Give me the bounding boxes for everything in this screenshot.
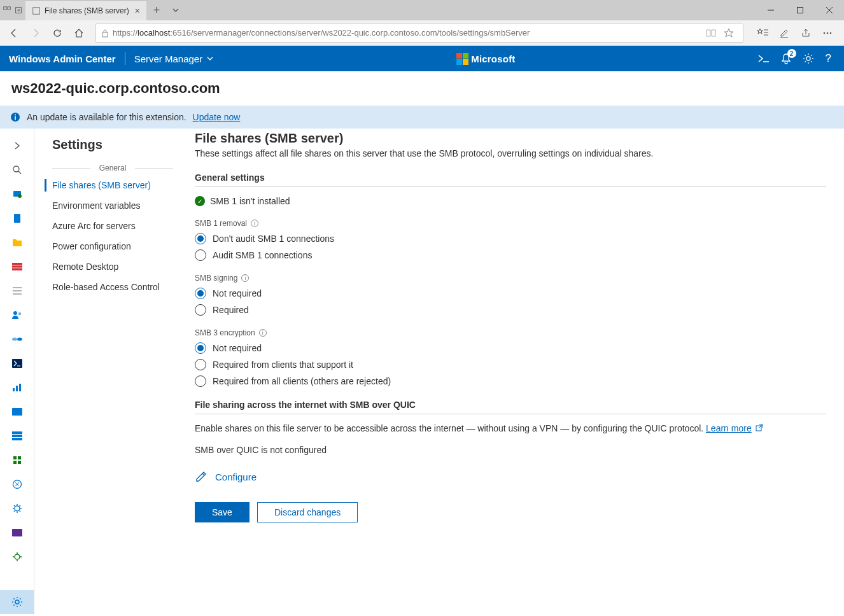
set-aside-icon[interactable]	[14, 6, 23, 15]
rail-powershell[interactable]	[0, 351, 34, 375]
rail-storage[interactable]	[0, 521, 34, 545]
tab-dropdown-icon[interactable]	[167, 0, 185, 20]
browser-titlebar: File shares (SMB server) × +	[0, 0, 844, 20]
settings-icon[interactable]	[803, 53, 814, 64]
svg-point-50	[15, 506, 20, 511]
info-icon[interactable]: i	[241, 274, 249, 282]
info-icon[interactable]: i	[259, 329, 267, 337]
svg-rect-46	[18, 461, 21, 464]
favorite-icon[interactable]	[724, 28, 738, 38]
quic-status: SMB over QUIC is not configured	[195, 445, 826, 455]
svg-rect-39	[12, 408, 22, 416]
signing-label: SMB signing i	[195, 274, 826, 283]
svg-rect-41	[12, 435, 22, 437]
update-now-link[interactable]: Update now	[193, 112, 241, 122]
section-quic: File sharing across the internet with SM…	[195, 400, 826, 414]
rail-scheduled-tasks[interactable]	[0, 472, 34, 496]
nav-azure-arc[interactable]: Azure Arc for servers	[34, 216, 191, 236]
powershell-icon[interactable]	[758, 53, 770, 64]
radio-enc-not-required[interactable]: Not required	[195, 340, 826, 356]
svg-point-20	[13, 166, 19, 172]
svg-point-16	[806, 57, 810, 60]
module-dropdown[interactable]: Server Manager	[134, 53, 215, 64]
tab-actions-icon[interactable]	[3, 6, 11, 15]
home-button[interactable]	[70, 24, 88, 42]
info-icon[interactable]: i	[251, 220, 258, 227]
address-bar[interactable]: https://localhost:6516/servermanager/con…	[95, 24, 743, 43]
rail-roles[interactable]	[0, 448, 34, 472]
discard-button[interactable]: Discard changes	[257, 502, 358, 522]
rail-registry[interactable]	[0, 424, 34, 448]
radio-signing-not-required[interactable]: Not required	[195, 285, 826, 302]
svg-rect-36	[13, 388, 15, 391]
back-button[interactable]	[5, 24, 23, 42]
info-icon	[10, 112, 20, 122]
close-tab-icon[interactable]: ×	[135, 6, 140, 16]
more-icon[interactable]	[819, 24, 836, 42]
rail-services[interactable]	[0, 496, 34, 521]
save-button[interactable]: Save	[195, 502, 250, 522]
svg-rect-24	[14, 214, 20, 223]
svg-rect-19	[15, 116, 16, 120]
rail-files[interactable]	[0, 230, 34, 255]
svg-rect-35	[12, 359, 22, 368]
edit-icon	[195, 470, 207, 483]
microsoft-logo-icon	[456, 53, 468, 65]
svg-rect-3	[33, 7, 40, 14]
close-window-button[interactable]	[815, 0, 844, 20]
rail-networks[interactable]	[0, 327, 34, 351]
radio-smb1-audit[interactable]: Audit SMB 1 connections	[195, 247, 826, 263]
forward-button[interactable]	[27, 24, 45, 42]
nav-remote-desktop[interactable]: Remote Desktop	[34, 256, 191, 277]
content-heading: File shares (SMB server)	[195, 131, 826, 146]
rail-updates[interactable]	[0, 545, 34, 569]
rail-installed-apps[interactable]	[0, 279, 34, 303]
rail-processes[interactable]	[0, 400, 34, 424]
svg-point-14	[827, 32, 829, 34]
notifications-icon[interactable]: 2	[781, 53, 791, 64]
favorites-list-icon[interactable]	[754, 24, 771, 42]
configure-button[interactable]: Configure	[195, 470, 826, 483]
learn-more-link[interactable]: Learn more	[706, 423, 752, 433]
radio-signing-required[interactable]: Required	[195, 302, 826, 318]
browser-tab[interactable]: File shares (SMB server) ×	[25, 0, 146, 20]
svg-point-53	[15, 600, 19, 604]
svg-point-31	[13, 311, 17, 315]
nav-power[interactable]: Power configuration	[34, 236, 191, 256]
page-icon	[32, 6, 41, 15]
new-tab-button[interactable]: +	[146, 0, 167, 20]
browser-toolbar: https://localhost:6516/servermanager/con…	[0, 20, 844, 46]
reading-view-icon[interactable]	[706, 29, 720, 38]
nav-file-shares[interactable]: File shares (SMB server)	[34, 175, 191, 195]
rail-performance[interactable]	[0, 375, 34, 400]
svg-point-34	[17, 338, 22, 341]
rail-azure-hybrid[interactable]	[0, 206, 34, 230]
maximize-button[interactable]	[785, 0, 815, 20]
rail-local-users[interactable]	[0, 303, 34, 327]
quic-description: Enable shares on this file server to be …	[195, 423, 826, 433]
svg-rect-40	[12, 431, 22, 434]
svg-line-21	[18, 171, 21, 174]
radio-smb1-dont-audit[interactable]: Don't audit SMB 1 connections	[195, 230, 826, 247]
check-icon: ✓	[195, 196, 205, 206]
encryption-label: SMB 3 encryption i	[195, 328, 826, 337]
radio-enc-required-supported[interactable]: Required from clients that support it	[195, 356, 826, 373]
rail-settings[interactable]	[0, 590, 34, 614]
wac-header: Windows Admin Center Server Manager Micr…	[0, 46, 844, 71]
rail-firewall[interactable]	[0, 255, 34, 279]
svg-point-23	[18, 194, 22, 198]
notes-icon[interactable]	[775, 24, 793, 42]
nav-rbac[interactable]: Role-based Access Control	[34, 277, 191, 297]
help-icon[interactable]: ?	[826, 52, 831, 65]
rail-overview[interactable]	[0, 182, 34, 206]
minimize-button[interactable]	[756, 0, 785, 20]
refresh-button[interactable]	[48, 24, 66, 42]
rail-search[interactable]	[0, 158, 34, 182]
nav-env-vars[interactable]: Environment variables	[34, 195, 191, 216]
product-name[interactable]: Windows Admin Center	[9, 53, 116, 64]
share-icon[interactable]	[797, 24, 815, 42]
settings-subnav: Settings General File shares (SMB server…	[34, 129, 191, 614]
section-general: General settings	[195, 172, 826, 187]
radio-enc-required-all[interactable]: Required from all clients (others are re…	[195, 373, 826, 389]
rail-expand[interactable]	[0, 134, 34, 158]
